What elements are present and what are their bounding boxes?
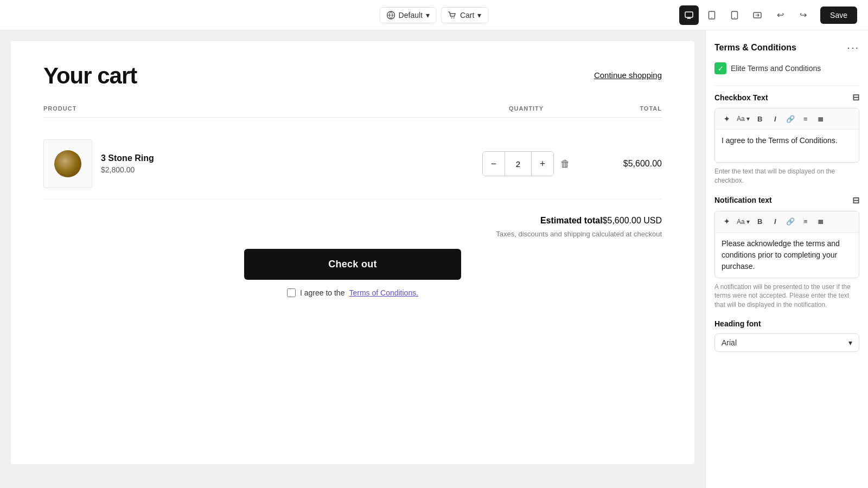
- cart-summary: Estimated total$5,600.00 USD Taxes, disc…: [43, 216, 662, 297]
- default-dropdown[interactable]: Default ▾: [380, 7, 437, 23]
- toolbar-magic-btn[interactable]: ✦: [719, 112, 733, 126]
- right-panel: Terms & Conditions ··· ✓ Elite Terms and…: [705, 30, 868, 488]
- product-name: 3 Stone Ring: [101, 153, 154, 163]
- quantity-value: 2: [505, 152, 532, 176]
- estimated-total-label: Estimated total: [540, 216, 603, 225]
- desktop-icon: [685, 11, 693, 20]
- terms-prefix: I agree to the: [300, 288, 345, 297]
- estimated-total-value: $5,600.00 USD: [603, 216, 662, 225]
- default-label: Default: [399, 11, 423, 20]
- tax-note: Taxes, discounts and shipping calculated…: [43, 230, 662, 238]
- topbar-right: ↩ ↪ Save: [679, 5, 857, 25]
- table-header: PRODUCT QUANTITY TOTAL: [43, 105, 662, 118]
- undo-btn[interactable]: ↩: [770, 5, 790, 25]
- product-unit-price: $2,800.00: [101, 165, 154, 174]
- notif-toolbar-link-btn[interactable]: 🔗: [783, 215, 797, 229]
- estimated-total-row: Estimated total$5,600.00 USD: [43, 216, 662, 226]
- redo-btn[interactable]: ↪: [793, 5, 813, 25]
- save-button[interactable]: Save: [820, 7, 857, 24]
- svg-point-1: [451, 17, 452, 18]
- terms-checkbox[interactable]: [287, 288, 296, 297]
- panel-title-row: Terms & Conditions ···: [714, 41, 859, 54]
- topbar: Default ▾ Cart ▾: [0, 0, 868, 30]
- active-item-row: ✓ Elite Terms and Conditions: [714, 62, 859, 74]
- cart-header: Your cart Continue shopping: [43, 63, 662, 89]
- heading-font-value: Arial: [722, 338, 737, 347]
- checkbox-text-hint: Enter the text that will be displayed on…: [714, 167, 859, 185]
- cart-dropdown[interactable]: Cart ▾: [441, 7, 488, 23]
- checkbox-text-content[interactable]: I agree to the Terms of Conditions.: [715, 130, 859, 162]
- product-details: 3 Stone Ring $2,800.00: [101, 153, 154, 174]
- check-icon: ✓: [714, 62, 726, 74]
- toolbar-list-btn[interactable]: ≡: [799, 112, 813, 126]
- notif-toolbar-list-btn[interactable]: ≡: [799, 215, 813, 229]
- heading-font-label-row: Heading font: [714, 319, 859, 328]
- canvas-area: Your cart Continue shopping PRODUCT QUAN…: [0, 30, 705, 488]
- notification-text-section: Notification text ⊟: [714, 195, 859, 206]
- product-thumbnail: [54, 150, 81, 177]
- terms-link[interactable]: Terms of Conditions.: [349, 288, 418, 297]
- checkbox-text-label: Checkbox Text: [714, 93, 768, 102]
- checkbox-editor-toolbar: ✦ Aa ▾ B I 🔗 ≡ ≣: [715, 108, 859, 130]
- notification-text-hint: A notification will be presented to the …: [714, 282, 859, 310]
- heading-font-section: Heading font Arial ▾: [714, 319, 859, 352]
- checkbox-save-icon[interactable]: ⊟: [852, 92, 859, 102]
- notif-toolbar-bold-btn[interactable]: B: [753, 215, 767, 229]
- cart-title: Your cart: [43, 63, 137, 89]
- notification-save-icon[interactable]: ⊟: [852, 195, 859, 206]
- product-info: 3 Stone Ring $2,800.00: [43, 139, 472, 188]
- divider-1: [714, 85, 859, 86]
- toolbar-italic-btn[interactable]: I: [768, 112, 782, 126]
- terms-row: I agree to the Terms of Conditions.: [43, 288, 662, 297]
- notification-text-editor: ✦ Aa ▾ B I 🔗 ≡ ≣ Please acknowledge the …: [714, 211, 859, 278]
- svg-point-2: [454, 17, 455, 18]
- checkbox-text-editor: ✦ Aa ▾ B I 🔗 ≡ ≣ I agree to the Terms of…: [714, 108, 859, 163]
- active-item-label: Elite Terms and Conditions: [731, 64, 821, 73]
- heading-font-chevron-icon: ▾: [848, 338, 852, 347]
- globe-icon: [387, 11, 395, 20]
- toolbar-link-btn[interactable]: 🔗: [783, 112, 797, 126]
- toolbar-font-select[interactable]: Aa ▾: [735, 114, 752, 124]
- total-header: TOTAL: [580, 105, 662, 112]
- main-layout: Your cart Continue shopping PRODUCT QUAN…: [0, 30, 868, 488]
- mobile-icon: [731, 11, 738, 20]
- product-image: [43, 139, 92, 188]
- continue-shopping-link[interactable]: Continue shopping: [594, 63, 662, 80]
- item-total: $5,600.00: [580, 159, 662, 169]
- checkout-button[interactable]: Check out: [244, 249, 461, 280]
- toolbar-bold-btn[interactable]: B: [753, 112, 767, 126]
- tablet-icon: [707, 11, 716, 20]
- wide-icon: [753, 11, 762, 20]
- wide-view-btn[interactable]: [748, 5, 767, 25]
- notif-toolbar-font-select[interactable]: Aa ▾: [735, 217, 752, 227]
- quantity-decrease-btn[interactable]: −: [483, 152, 505, 176]
- cart-label: Cart: [460, 11, 474, 20]
- heading-font-label: Heading font: [714, 319, 761, 328]
- cart-item: 3 Stone Ring $2,800.00 − 2 + 🗑 $5,600.00: [43, 129, 662, 200]
- notif-toolbar-italic-btn[interactable]: I: [768, 215, 782, 229]
- notif-toolbar-ordered-list-btn[interactable]: ≣: [814, 215, 828, 229]
- checkbox-text-section: Checkbox Text ⊟: [714, 92, 859, 102]
- remove-item-btn[interactable]: 🗑: [560, 158, 570, 170]
- default-chevron-icon: ▾: [426, 11, 430, 20]
- mobile-view-btn[interactable]: [725, 5, 744, 25]
- cart-chevron-icon: ▾: [477, 11, 481, 20]
- quantity-wrapper: − 2 +: [482, 151, 554, 176]
- tablet-view-btn[interactable]: [702, 5, 722, 25]
- desktop-view-btn[interactable]: [679, 5, 699, 25]
- notification-text-content[interactable]: Please acknowledge the terms and conditi…: [715, 233, 859, 278]
- svg-point-5: [711, 17, 712, 18]
- svg-rect-3: [685, 12, 693, 17]
- panel-more-btn[interactable]: ···: [847, 41, 859, 54]
- page-frame: Your cart Continue shopping PRODUCT QUAN…: [11, 41, 694, 464]
- notif-toolbar-magic-btn[interactable]: ✦: [719, 215, 733, 229]
- topbar-center: Default ▾ Cart ▾: [380, 7, 489, 23]
- quantity-header: QUANTITY: [472, 105, 580, 112]
- notification-editor-toolbar: ✦ Aa ▾ B I 🔗 ≡ ≣: [715, 211, 859, 233]
- heading-font-select[interactable]: Arial ▾: [714, 333, 859, 352]
- toolbar-ordered-list-btn[interactable]: ≣: [814, 112, 828, 126]
- svg-point-7: [734, 17, 735, 18]
- panel-title: Terms & Conditions: [714, 43, 796, 53]
- quantity-increase-btn[interactable]: +: [532, 152, 553, 176]
- product-header: PRODUCT: [43, 105, 472, 112]
